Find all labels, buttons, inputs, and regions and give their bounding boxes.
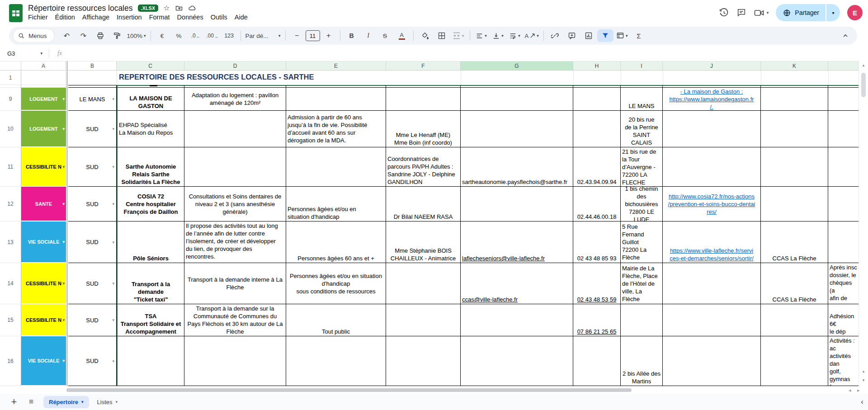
cell-I13[interactable]: 5 Rue Fernand Guillot 72200 La Flèche [621,221,663,263]
font-select[interactable]: Par dé...▾ [244,29,282,42]
decrease-decimal-button[interactable]: .0← [188,29,204,42]
bold-button[interactable]: B [344,29,360,42]
cell-text[interactable]: 02 43 48 53 59 [575,296,619,303]
chevron-down-icon[interactable]: ▾ [112,357,114,365]
move-folder-icon[interactable] [175,4,183,12]
cell-J9[interactable]: - La maison de Gaston : https://www.lama… [663,88,761,111]
chevron-down-icon[interactable]: ▾ [112,316,114,324]
cloud-status-icon[interactable] [188,4,197,12]
chevron-down-icon[interactable]: ▾ [62,202,65,206]
category-cell-A13[interactable]: VIE SOCIALE▾ [21,221,66,263]
cell-text[interactable]: ccas@ville-lafleche.fr [462,296,571,303]
cell-I10[interactable]: 20 bis rue de la Perrine SAINT CALAIS [621,111,663,147]
cell-D9[interactable]: Adaptation du logement : pavillon aménag… [184,88,286,111]
chevron-down-icon[interactable]: ▾ [62,127,65,131]
cell-H14[interactable]: 02 43 48 53 59 [573,263,621,304]
meet-camera-icon[interactable]: ▾ [754,8,769,18]
cell-F15[interactable] [386,304,461,336]
merge-cells-button[interactable]: ▾ [450,29,467,42]
paint-format-button[interactable] [109,29,125,42]
cell-L11[interactable] [828,147,859,187]
insert-comment-button[interactable] [564,29,580,42]
star-icon[interactable]: ☆ [163,5,170,12]
font-size-input[interactable]: 11 [306,30,320,41]
column-header-I[interactable]: I [621,61,663,71]
cell-C10[interactable]: EHPAD Spécialisé La Maison du Repos [117,111,184,147]
cell-G12[interactable] [461,187,573,221]
vertical-scrollbar-thumb[interactable] [861,73,866,97]
cell-F14[interactable] [386,263,461,304]
cell-H13[interactable]: 02 43 48 85 93 [573,221,621,263]
horizontal-scrollbar[interactable]: ◂ ▸ [0,386,868,394]
menu-format[interactable]: Format [146,12,174,23]
cell-K16[interactable] [761,336,828,386]
text-wrap-button[interactable]: ▾ [507,29,523,42]
category-cell-A16[interactable]: VIE SOCIALE▾ [21,336,66,386]
cell-H11[interactable]: 02.43.94.09.94 [573,147,621,187]
chevron-down-icon[interactable]: ▾ [112,238,114,246]
fill-color-button[interactable] [417,29,433,42]
cell-C9[interactable]: LA MAISON DE GASTON [117,88,184,111]
insert-chart-button[interactable] [580,29,597,42]
cell-I11[interactable]: 21 bis rue de la Tour d’Auvergne - 72200… [621,147,663,187]
cell-K13[interactable]: CCAS La Flèche [761,221,828,263]
select-all-corner[interactable] [0,61,21,71]
cell-D14[interactable]: Transport à la demande interne à La Flèc… [184,263,286,304]
chevron-down-icon[interactable]: ▾ [112,163,114,171]
increase-font-size-button[interactable]: + [321,29,337,42]
add-sheet-button[interactable]: + [6,395,22,409]
zoom-select[interactable]: 100%▾ [126,29,147,42]
cell-B14[interactable]: SUD▾ [68,263,117,304]
cell-I14[interactable]: Mairie de La Flèche, Place de l'Hôtel de… [621,263,663,304]
row-header-9[interactable]: 9 [0,88,21,111]
cell-G14[interactable]: ccas@ville-lafleche.fr [461,263,573,304]
row-header-12[interactable]: 12 [0,187,21,221]
cell-G15[interactable] [461,304,573,336]
cell-L12[interactable] [828,187,859,221]
strikethrough-button[interactable]: S [377,29,393,42]
chevron-down-icon[interactable]: ▾ [112,95,114,103]
row-header-15[interactable]: 15 [0,304,21,336]
cell-B16[interactable]: SUD▾ [68,336,117,386]
vertical-align-button[interactable]: ▾ [490,29,506,42]
cell-L9[interactable] [828,88,859,111]
cell-E13[interactable]: Personnes âgées 60 ans et + [286,221,386,263]
menu-outils[interactable]: Outils [207,12,231,23]
sheet-tab-listes[interactable]: Listes▾ [92,396,123,408]
filter-views-button[interactable]: ▾ [614,29,630,42]
cell-E11[interactable] [286,147,386,187]
cell-E16[interactable] [286,336,386,386]
cell-H15[interactable]: 07 86 21 25 65 [573,304,621,336]
cell-J11[interactable] [663,147,761,187]
cell-C13[interactable]: Pôle Séniors [117,221,184,263]
cell-C16[interactable] [117,336,184,386]
chevron-down-icon[interactable]: ▾ [62,97,65,101]
functions-button[interactable]: Σ [631,29,647,42]
menu-aide[interactable]: Aide [231,12,251,23]
cell-I15[interactable] [621,304,663,336]
sheet-tab-menu-caret[interactable]: ▾ [81,400,84,404]
cell-E15[interactable]: Tout public [286,304,386,336]
italic-button[interactable]: I [360,29,377,42]
column-header-J[interactable]: J [663,61,761,71]
cell-D15[interactable]: Transport à la demande sur la Communauté… [184,304,286,336]
cell-C11[interactable]: Sarthe Autonomie Relais Sarthe Solidarit… [117,147,184,187]
column-header-K[interactable]: K [761,61,828,71]
row-header-10[interactable]: 10 [0,111,21,147]
cell-G9[interactable] [461,88,573,111]
cell-link-text[interactable]: http://www.cosia72.fr/nos-actions /preve… [664,193,759,216]
cell-L13[interactable] [828,221,859,263]
cell-D13[interactable]: Il propose des activités tout au long de… [184,221,286,263]
cell-H12[interactable]: 02.44.46.00.18 [573,187,621,221]
share-button[interactable]: Partager ▾ [776,4,840,21]
cell-G16[interactable] [461,336,573,386]
comments-icon[interactable] [736,8,746,18]
cell-B13[interactable]: SUD▾ [68,221,117,263]
cell-D10[interactable] [184,111,286,147]
cell-K10[interactable] [761,111,828,147]
menus-search-button[interactable]: Menus [13,28,55,43]
cell-text[interactable]: 07 86 21 25 65 [575,328,619,335]
increase-decimal-button[interactable]: .00→ [204,29,221,42]
meet-dropdown-caret[interactable]: ▾ [767,11,769,15]
cell-D12[interactable]: Consultations et Soins dentaires de nive… [184,187,286,221]
